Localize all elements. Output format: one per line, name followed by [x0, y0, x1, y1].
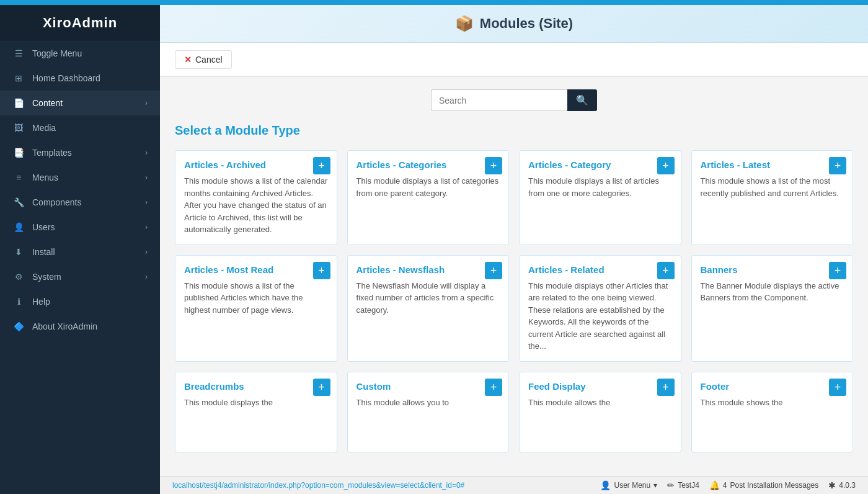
module-card-articles-newsflash: Articles - NewsflashThe Newsflash Module…	[347, 255, 510, 362]
module-title-articles-categories: Articles - Categories	[356, 159, 500, 170]
module-add-btn-articles-category[interactable]: +	[657, 157, 675, 174]
sidebar-item-content[interactable]: 📄Content›	[0, 91, 160, 115]
modules-icon: 📦	[455, 15, 474, 32]
cancel-button[interactable]: ✕ Cancel	[175, 50, 232, 69]
module-add-btn-articles-latest[interactable]: +	[829, 157, 846, 174]
sidebar-item-help[interactable]: ℹHelp	[0, 289, 160, 314]
sidebar-item-users[interactable]: 👤Users›	[0, 215, 160, 240]
sidebar-nav: ☰Toggle Menu⊞Home Dashboard📄Content›🖼Med…	[0, 41, 160, 494]
search-bar: 🔍	[175, 89, 853, 111]
main-header: 📦 Modules (Site)	[160, 5, 868, 43]
sidebar-item-components[interactable]: 🔧Components›	[0, 190, 160, 215]
section-title: Select a Module Type	[175, 124, 853, 138]
module-desc-banners: The Banner Module displays the active Ba…	[701, 280, 844, 304]
test-label: TestJ4	[678, 481, 699, 490]
module-title-articles-most-read: Articles - Most Read	[184, 264, 328, 275]
module-card-banners: BannersThe Banner Module displays the ac…	[691, 255, 854, 362]
module-card-custom: CustomThis module allows you to+	[347, 372, 510, 452]
cancel-icon: ✕	[184, 55, 192, 65]
user-menu-item[interactable]: 👤 User Menu ▾	[600, 480, 657, 490]
url-display: localhost/testj4/administrator/index.php…	[172, 481, 464, 490]
sidebar-item-media[interactable]: 🖼Media	[0, 115, 160, 140]
sidebar-item-system[interactable]: ⚙System›	[0, 264, 160, 289]
sidebar-item-label-templates: Templates	[32, 148, 145, 158]
sidebar-item-about[interactable]: 🔷About XiroAdmin	[0, 314, 160, 339]
user-icon: 👤	[600, 480, 611, 490]
module-add-btn-articles-related[interactable]: +	[657, 262, 675, 279]
arrow-icon-menus: ›	[145, 173, 148, 182]
edit-icon: ✏	[667, 480, 675, 490]
menus-icon: ≡	[12, 173, 25, 182]
module-desc-articles-newsflash: The Newsflash Module will display a fixe…	[356, 280, 500, 317]
sidebar-item-label-about: About XiroAdmin	[32, 321, 148, 331]
user-menu-label: User Menu	[614, 481, 650, 490]
sidebar-item-label-menus: Menus	[32, 173, 145, 182]
module-add-btn-feed-display[interactable]: +	[657, 379, 675, 396]
user-menu-arrow: ▾	[653, 481, 657, 490]
page-title: Modules (Site)	[480, 16, 573, 32]
app-layout: XiroAdmin ☰Toggle Menu⊞Home Dashboard📄Co…	[0, 5, 868, 494]
home-dashboard-icon: ⊞	[12, 73, 25, 83]
search-button[interactable]: 🔍	[567, 89, 597, 111]
module-add-btn-articles-newsflash[interactable]: +	[485, 262, 502, 279]
sidebar-item-home-dashboard[interactable]: ⊞Home Dashboard	[0, 66, 160, 91]
bell-icon: 🔔	[709, 480, 720, 490]
arrow-icon-components: ›	[145, 198, 148, 207]
notifications-label: Post Installation Messages	[730, 481, 819, 490]
media-icon: 🖼	[12, 123, 25, 133]
module-desc-articles-categories: This module displays a list of categorie…	[356, 175, 500, 199]
search-input[interactable]	[431, 89, 567, 111]
module-title-articles-newsflash: Articles - Newsflash	[356, 264, 500, 275]
arrow-icon-templates: ›	[145, 148, 148, 157]
module-add-btn-articles-categories[interactable]: +	[485, 157, 502, 174]
modules-grid: Articles - ArchivedThis module shows a l…	[175, 150, 853, 452]
sidebar-item-install[interactable]: ⬇Install›	[0, 240, 160, 264]
test-label-item[interactable]: ✏ TestJ4	[667, 480, 699, 490]
top-bar	[0, 0, 868, 5]
sidebar-item-label-system: System	[32, 272, 145, 282]
templates-icon: 📑	[12, 148, 25, 158]
sidebar-item-label-content: Content	[32, 98, 145, 108]
toggle-menu-icon: ☰	[12, 48, 25, 58]
module-add-btn-custom[interactable]: +	[485, 379, 502, 396]
arrow-icon-install: ›	[145, 248, 148, 256]
bottom-right: 👤 User Menu ▾ ✏ TestJ4 🔔 4 Post Installa…	[600, 480, 856, 490]
notifications-item[interactable]: 🔔 4 Post Installation Messages	[709, 480, 818, 490]
sidebar: XiroAdmin ☰Toggle Menu⊞Home Dashboard📄Co…	[0, 5, 160, 494]
components-icon: 🔧	[12, 197, 25, 207]
sidebar-item-label-media: Media	[32, 123, 148, 133]
module-title-breadcrumbs: Breadcrumbs	[184, 381, 328, 392]
module-title-feed-display: Feed Display	[528, 381, 672, 392]
module-desc-articles-category: This module displays a list of articles …	[528, 175, 672, 199]
module-desc-articles-archived: This module shows a list of the calendar…	[184, 175, 328, 236]
arrow-icon-system: ›	[145, 272, 148, 281]
module-card-feed-display: Feed DisplayThis module allows the+	[519, 372, 681, 452]
module-add-btn-articles-archived[interactable]: +	[313, 157, 330, 174]
content-icon: 📄	[12, 98, 25, 108]
bottom-bar: localhost/testj4/administrator/index.php…	[160, 476, 868, 494]
module-add-btn-breadcrumbs[interactable]: +	[313, 379, 330, 396]
notifications-count: 4	[723, 481, 727, 490]
module-desc-breadcrumbs: This module displays the	[184, 397, 328, 409]
module-add-btn-banners[interactable]: +	[829, 262, 846, 279]
module-card-breadcrumbs: BreadcrumbsThis module displays the+	[175, 372, 337, 452]
sidebar-item-label-install: Install	[32, 247, 145, 257]
logo-text: XiroAdmin	[43, 15, 117, 31]
arrow-icon-content: ›	[145, 99, 148, 107]
module-card-articles-category: Articles - CategoryThis module displays …	[519, 150, 681, 245]
sidebar-item-templates[interactable]: 📑Templates›	[0, 140, 160, 165]
version-item: ✱ 4.0.3	[828, 480, 856, 490]
module-title-articles-related: Articles - Related	[528, 264, 672, 275]
main-area: 📦 Modules (Site) ✕ Cancel 🔍 Select a Mod…	[160, 5, 868, 494]
content-area: 🔍 Select a Module Type Articles - Archiv…	[160, 77, 868, 476]
module-title-custom: Custom	[356, 381, 500, 392]
xiro-icon: ✱	[828, 480, 836, 490]
module-add-btn-articles-most-read[interactable]: +	[313, 262, 330, 279]
sidebar-item-menus[interactable]: ≡Menus›	[0, 165, 160, 190]
users-icon: 👤	[12, 222, 25, 232]
sidebar-item-toggle-menu[interactable]: ☰Toggle Menu	[0, 41, 160, 66]
module-add-btn-footer[interactable]: +	[829, 379, 846, 396]
module-card-articles-categories: Articles - CategoriesThis module display…	[347, 150, 510, 245]
module-card-articles-most-read: Articles - Most ReadThis module shows a …	[175, 255, 337, 362]
cancel-label: Cancel	[195, 55, 223, 65]
